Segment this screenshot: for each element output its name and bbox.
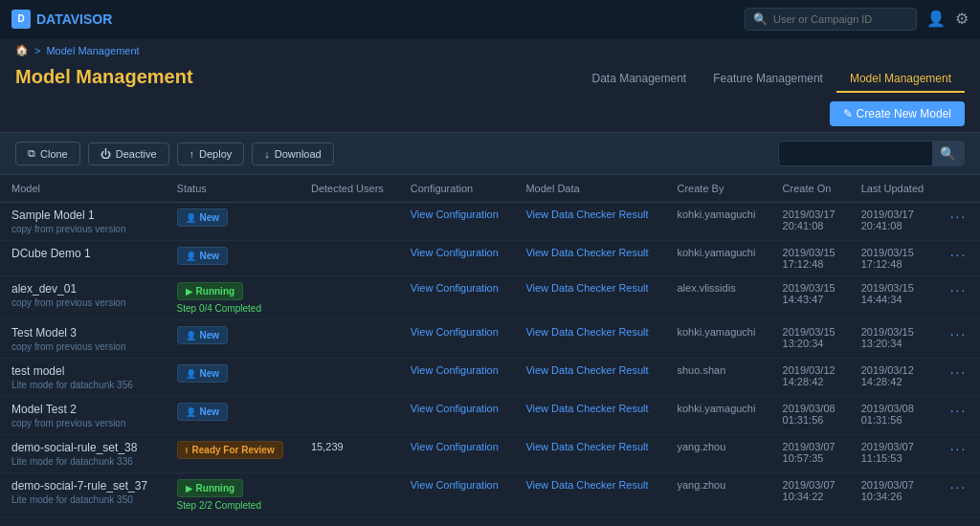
model-data-cell[interactable]: View Data Checker Result (514, 276, 665, 320)
configuration-cell[interactable]: View Configuration (399, 473, 515, 517)
actions-cell[interactable]: ··· (939, 473, 980, 517)
model-data-cell[interactable]: View Data Checker Result (514, 203, 665, 241)
step-text: Step 2/2 Completed (177, 500, 288, 511)
configuration-cell[interactable]: View Configuration (399, 359, 515, 397)
table-container: Model Status Detected Users Configuratio… (0, 175, 980, 521)
global-search-bar[interactable]: 🔍 (745, 8, 917, 31)
model-data-cell[interactable]: View Data Checker Result (514, 435, 665, 473)
tab-nav: Data Management Feature Management Model… (578, 66, 965, 93)
breadcrumb-home[interactable]: 🏠 (15, 44, 29, 56)
model-name-cell: demo-social-7-rule_set_37Lite mode for d… (0, 473, 166, 517)
model-name: Sample Model 1 (11, 208, 154, 222)
last-updated-cell: 2019/03/1214:28:42 (850, 359, 939, 397)
sub-header: ✎ Create New Model (0, 96, 980, 132)
create-on-text: 2019/03/1517:12:48 (783, 247, 835, 270)
actions-cell[interactable]: ··· (939, 276, 980, 320)
view-data-checker-link[interactable]: View Data Checker Result (525, 208, 648, 220)
view-configuration-link[interactable]: View Configuration (411, 326, 499, 338)
view-data-checker-link[interactable]: View Data Checker Result (525, 326, 648, 338)
deactive-button[interactable]: ⏻ Deactive (88, 142, 169, 165)
create-new-model-button[interactable]: ✎ Create New Model (830, 101, 965, 126)
topnav-right: 🔍 👤 ⚙ (745, 8, 969, 31)
table-search-button[interactable]: 🔍 (932, 142, 964, 165)
deploy-button[interactable]: ↑ Deploy (177, 142, 245, 165)
more-actions-icon[interactable]: ··· (950, 441, 968, 456)
actions-cell[interactable]: ··· (939, 203, 980, 241)
view-data-checker-link[interactable]: View Data Checker Result (525, 282, 648, 294)
configuration-cell[interactable]: View Configuration (399, 435, 515, 473)
more-actions-icon[interactable]: ··· (950, 208, 968, 224)
view-configuration-link[interactable]: View Configuration (411, 208, 499, 220)
model-data-cell[interactable]: View Data Checker Result (514, 397, 665, 435)
view-data-checker-link[interactable]: View Data Checker Result (525, 441, 648, 452)
global-search-input[interactable] (773, 13, 907, 25)
status-cell: 👤New (166, 203, 300, 241)
create-on-cell: 2019/03/1214:28:42 (771, 359, 850, 397)
toolbar-left: ⧉ Clone ⏻ Deactive ↑ Deploy ↓ Download (15, 142, 334, 165)
model-name-cell: Test Model 3copy from previous version (0, 320, 166, 359)
table-search-input[interactable] (779, 143, 932, 164)
view-data-checker-link[interactable]: View Data Checker Result (525, 364, 648, 376)
view-data-checker-link[interactable]: View Data Checker Result (525, 479, 648, 491)
more-actions-icon[interactable]: ··· (950, 403, 968, 418)
actions-cell[interactable]: ··· (939, 435, 980, 473)
actions-cell[interactable]: ··· (939, 241, 980, 276)
view-configuration-link[interactable]: View Configuration (411, 479, 499, 491)
model-name: demo-social-rule_set_38 (11, 441, 154, 454)
create-by-text: kohki.yamaguchi (678, 403, 756, 414)
col-model: Model (0, 175, 166, 203)
model-name: Test Model 3 (11, 326, 154, 340)
configuration-cell[interactable]: View Configuration (399, 203, 515, 241)
model-data-cell[interactable]: View Data Checker Result (514, 473, 665, 517)
view-configuration-link[interactable]: View Configuration (411, 247, 499, 258)
col-create-on: Create On (771, 175, 850, 203)
create-by-text: kohki.yamaguchi (678, 208, 756, 220)
status-badge: 👤New (177, 247, 229, 265)
view-data-checker-link[interactable]: View Data Checker Result (525, 403, 648, 414)
settings-icon[interactable]: ⚙ (955, 10, 969, 28)
more-actions-icon[interactable]: ··· (950, 282, 968, 297)
table-search-box[interactable]: 🔍 (778, 141, 965, 166)
view-configuration-link[interactable]: View Configuration (411, 364, 499, 376)
actions-cell[interactable]: ··· (939, 320, 980, 359)
model-data-cell[interactable]: View Data Checker Result (514, 320, 665, 359)
tab-data-management[interactable]: Data Management (578, 66, 700, 93)
model-sub: copy from previous version (11, 224, 154, 234)
more-actions-icon[interactable]: ··· (950, 364, 968, 380)
model-data-cell[interactable]: View Data Checker Result (514, 359, 665, 397)
logo: D DATAVISOR (11, 10, 112, 29)
more-actions-icon[interactable]: ··· (950, 247, 968, 262)
configuration-cell[interactable]: View Configuration (399, 241, 515, 276)
actions-cell[interactable]: ··· (939, 397, 980, 435)
view-configuration-link[interactable]: View Configuration (411, 282, 499, 294)
last-updated-text: 2019/03/0710:34:26 (861, 479, 914, 502)
download-icon: ↓ (264, 148, 270, 160)
model-name-cell: demo-social-rule_set_38Lite mode for dat… (0, 435, 166, 473)
view-configuration-link[interactable]: View Configuration (411, 441, 499, 452)
more-actions-icon[interactable]: ··· (950, 479, 968, 494)
model-data-cell[interactable]: View Data Checker Result (514, 241, 665, 276)
configuration-cell[interactable]: View Configuration (399, 397, 515, 435)
download-button[interactable]: ↓ Download (252, 142, 333, 165)
create-on-cell: 2019/03/1514:43:47 (771, 276, 850, 320)
last-updated-text: 2019/03/0801:31:56 (861, 403, 914, 426)
view-data-checker-link[interactable]: View Data Checker Result (525, 247, 648, 258)
detected-users-cell (300, 473, 399, 517)
status-cell: 👤New (166, 320, 300, 359)
configuration-cell[interactable]: View Configuration (399, 320, 515, 359)
configuration-cell[interactable]: View Configuration (399, 276, 515, 320)
col-detected-users: Detected Users (300, 175, 399, 203)
view-configuration-link[interactable]: View Configuration (411, 403, 499, 414)
last-updated-cell: 2019/03/0711:15:53 (850, 435, 939, 473)
tab-feature-management[interactable]: Feature Management (700, 66, 836, 93)
user-icon[interactable]: 👤 (926, 10, 946, 28)
more-actions-icon[interactable]: ··· (950, 326, 968, 341)
model-name-cell: Model Test 2copy from previous version (0, 397, 166, 435)
col-actions (939, 175, 980, 203)
clone-button[interactable]: ⧉ Clone (15, 142, 80, 165)
last-updated-text: 2019/03/0711:15:53 (861, 441, 914, 464)
actions-cell[interactable]: ··· (939, 359, 980, 397)
tab-model-management[interactable]: Model Management (836, 66, 965, 93)
model-name-cell: alex_dev_01copy from previous version (0, 276, 166, 320)
model-name: DCube Demo 1 (11, 247, 154, 260)
